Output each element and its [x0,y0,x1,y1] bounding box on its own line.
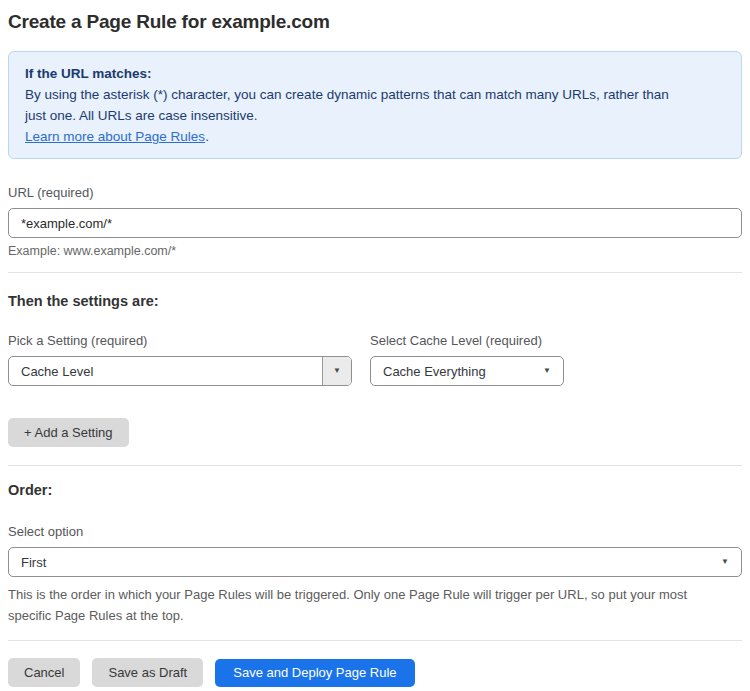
save-as-draft-button[interactable]: Save as Draft [92,658,203,687]
chevron-down-icon: ▼ [333,367,341,375]
order-label: Select option [8,524,742,539]
chevron-down-icon: ▼ [543,367,563,375]
settings-heading: Then the settings are: [8,293,742,309]
url-label: URL (required) [8,185,742,200]
page-rule-form: Create a Page Rule for example.com If th… [0,0,750,687]
setting-picker-label: Pick a Setting (required) [8,333,352,348]
setting-picker-group: Pick a Setting (required) Cache Level ▼ [8,333,352,386]
setting-picker-select[interactable]: Cache Level ▼ [8,356,352,386]
setting-picker-value: Cache Level [9,364,322,379]
divider [8,272,742,273]
chevron-down-icon: ▼ [721,558,741,566]
order-value: First [9,555,721,570]
url-example: Example: www.example.com/* [8,244,742,258]
divider [8,640,742,641]
info-banner-heading: If the URL matches: [25,63,725,84]
order-select[interactable]: First ▼ [8,547,742,577]
link-suffix: . [205,129,209,144]
order-heading: Order: [8,482,742,498]
order-help-text: This is the order in which your Page Rul… [8,584,734,626]
save-and-deploy-button[interactable]: Save and Deploy Page Rule [215,659,414,687]
add-setting-button[interactable]: + Add a Setting [8,418,129,447]
dropdown-arrow-section: ▼ [322,357,351,385]
page-title: Create a Page Rule for example.com [8,0,742,33]
url-input[interactable] [8,208,742,238]
cache-level-label: Select Cache Level (required) [370,333,564,348]
learn-more-link[interactable]: Learn more about Page Rules [25,129,205,144]
settings-row: Pick a Setting (required) Cache Level ▼ … [8,333,742,386]
info-banner-link-line: Learn more about Page Rules. [25,126,725,147]
actions-row: Cancel Save as Draft Save and Deploy Pag… [8,658,742,687]
cancel-button[interactable]: Cancel [8,658,80,687]
cache-level-select[interactable]: Cache Everything ▼ [370,356,564,386]
cache-level-value: Cache Everything [371,364,543,379]
cache-level-group: Select Cache Level (required) Cache Ever… [370,333,564,386]
info-banner: If the URL matches: By using the asteris… [8,51,742,159]
info-banner-body: By using the asterisk (*) character, you… [25,84,685,126]
divider [8,465,742,466]
